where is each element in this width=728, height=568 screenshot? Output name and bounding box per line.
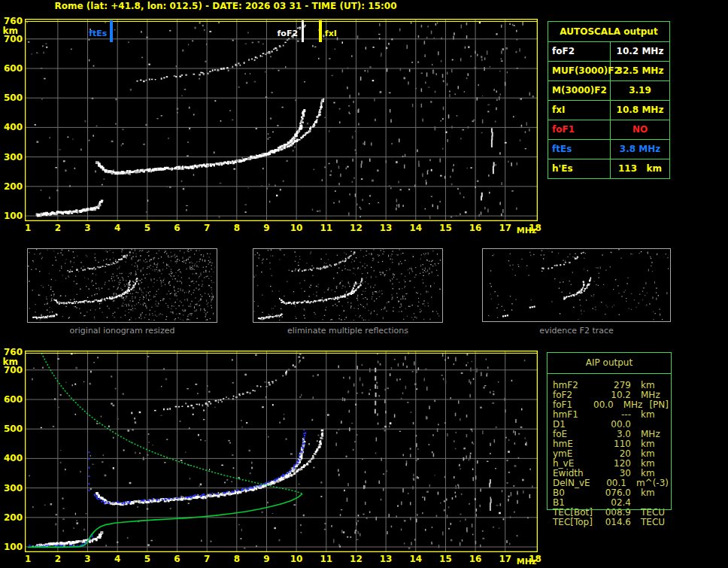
y-tick-760: 760: [0, 17, 23, 26]
y-tick-300: 300: [0, 153, 23, 163]
x-axis-unit-label: MHz: [517, 557, 537, 566]
aip-row-value: 00.0: [588, 400, 614, 410]
x-tick-14: 14: [405, 554, 426, 564]
x-tick-1: 1: [17, 223, 38, 233]
x-tick-15: 15: [435, 554, 456, 564]
top-ionogram-plot: ftEsfoF2fxI: [25, 19, 538, 221]
aip-row-label: TEC[Top]: [553, 518, 598, 527]
x-tick-4: 4: [107, 554, 128, 564]
x-tick-14: 14: [405, 223, 426, 233]
autoscala-row-label: fxI: [548, 101, 611, 120]
y-tick-600: 600: [0, 64, 23, 74]
autoscala-row-foF2: foF210.2 MHz: [548, 42, 669, 62]
aip-row-unit: km: [631, 410, 655, 420]
fxI-marker-line: [319, 20, 322, 42]
x-tick-2: 2: [47, 554, 68, 564]
x-tick-9: 9: [256, 223, 277, 233]
autoscala-table-body: foF210.2 MHzMUF(3000)F232.5 MHzM(3000)F2…: [548, 42, 669, 179]
x-tick-9: 9: [256, 554, 277, 564]
autoscala-table-header: AUTOSCALA output: [548, 22, 669, 42]
aip-output-box: AIP output hmF2279kmfoF210.2MHzfoF100.0M…: [547, 352, 672, 533]
autoscala-row-value: 10.2 MHz: [611, 42, 669, 61]
station-date-time-title: Rome (lat: +41.8, lon: 012.5) - DATE: 20…: [41, 1, 410, 11]
panel-caption-evidence: evidence F2 trace: [482, 326, 671, 336]
y-tick-200: 200: [0, 513, 23, 523]
panel-caption-eliminate: eliminate multiple reflections: [253, 326, 443, 336]
autoscala-row-value: 113 km: [611, 159, 669, 179]
x-tick-4: 4: [107, 223, 128, 233]
x-tick-10: 10: [286, 223, 307, 233]
x-tick-11: 11: [316, 223, 337, 233]
autoscala-output-table: AUTOSCALA output foF210.2 MHzMUF(3000)F2…: [548, 21, 670, 179]
x-tick-8: 8: [226, 554, 247, 564]
y-tick-300: 300: [0, 484, 23, 494]
y-tick-500: 500: [0, 424, 23, 434]
ftEs-marker-label: ftEs: [81, 29, 107, 38]
autoscala-row-label: foF2: [548, 42, 611, 61]
autoscala-row-fxI: fxI10.8 MHz: [548, 101, 669, 120]
x-tick-15: 15: [435, 223, 456, 233]
x-tick-16: 16: [465, 223, 486, 233]
x-tick-12: 12: [345, 223, 366, 233]
bottom-ionogram-plot: [25, 351, 538, 552]
autoscala-row-label: M(3000)F2: [548, 81, 611, 100]
panel-evidence-f2-trace: [482, 248, 671, 322]
aip-header-divider: [547, 373, 672, 374]
autoscala-row-value: 3.19: [611, 81, 669, 100]
x-tick-6: 6: [167, 554, 188, 564]
y-tick-100: 100: [0, 211, 23, 221]
aip-row-unit: [631, 420, 641, 430]
aip-row-unit: [631, 498, 641, 508]
autoscala-row-M(3000)F2: M(3000)F23.19: [548, 81, 669, 101]
autoscala-row-value: 10.8 MHz: [611, 101, 669, 120]
y-tick-600: 600: [0, 395, 23, 405]
autoscala-row-value: 3.8 MHz: [611, 140, 669, 159]
panel-caption-original: original ionogram resized: [27, 326, 217, 336]
x-tick-7: 7: [196, 223, 217, 233]
autoscala-row-h'Es: h'Es113 km: [548, 159, 669, 179]
aip-row-TEC[Top]: TEC[Top]014.6TECU: [553, 518, 669, 527]
aip-header: AIP output: [547, 357, 672, 368]
y-tick-500: 500: [0, 93, 23, 103]
x-tick-17: 17: [495, 223, 516, 233]
x-axis-unit-label: MHz: [517, 226, 537, 235]
autoscala-row-ftEs: ftEs3.8 MHz: [548, 140, 669, 159]
foF2-marker-label: foF2: [272, 29, 298, 38]
autoscala-row-foF1: foF1NO: [548, 120, 669, 140]
x-tick-7: 7: [196, 554, 217, 564]
y-tick-400: 400: [0, 454, 23, 463]
y-axis-unit-label: km: [0, 357, 23, 367]
panel-eliminate-reflections: [253, 248, 443, 323]
aip-row-unit: km: [631, 488, 655, 498]
autoscala-row-value: NO: [611, 120, 669, 139]
x-tick-13: 13: [375, 223, 396, 233]
y-tick-100: 100: [0, 542, 23, 552]
x-tick-2: 2: [47, 223, 68, 233]
aip-row-value: 014.6: [598, 518, 631, 527]
autoscala-screen: Rome (lat: +41.8, lon: 012.5) - DATE: 20…: [0, 0, 728, 568]
autoscala-row-value: 32.5 MHz: [611, 62, 669, 80]
y-tick-700: 700: [0, 35, 23, 44]
x-tick-1: 1: [17, 554, 38, 564]
x-tick-17: 17: [495, 554, 516, 564]
x-tick-11: 11: [316, 554, 337, 564]
x-tick-5: 5: [137, 223, 158, 233]
x-tick-16: 16: [465, 554, 486, 564]
fxI-marker-label: fxI: [325, 29, 337, 38]
x-tick-13: 13: [375, 554, 396, 564]
autoscala-row-MUF(3000)F2: MUF(3000)F232.5 MHz: [548, 62, 669, 81]
x-tick-12: 12: [345, 554, 366, 564]
y-tick-760: 760: [0, 348, 23, 357]
x-tick-5: 5: [137, 554, 158, 564]
x-tick-18: 18: [524, 223, 545, 233]
autoscala-row-label: foF1: [548, 120, 611, 139]
x-tick-3: 3: [77, 554, 99, 564]
panel-original-ionogram: [27, 248, 217, 323]
autoscala-row-label: h'Es: [548, 159, 611, 179]
x-tick-8: 8: [226, 223, 247, 233]
x-tick-18: 18: [524, 554, 545, 564]
foF2-marker-line: [302, 20, 304, 42]
y-axis-unit-label: km: [0, 26, 23, 36]
autoscala-row-label: ftEs: [548, 140, 611, 159]
y-tick-400: 400: [0, 123, 23, 132]
